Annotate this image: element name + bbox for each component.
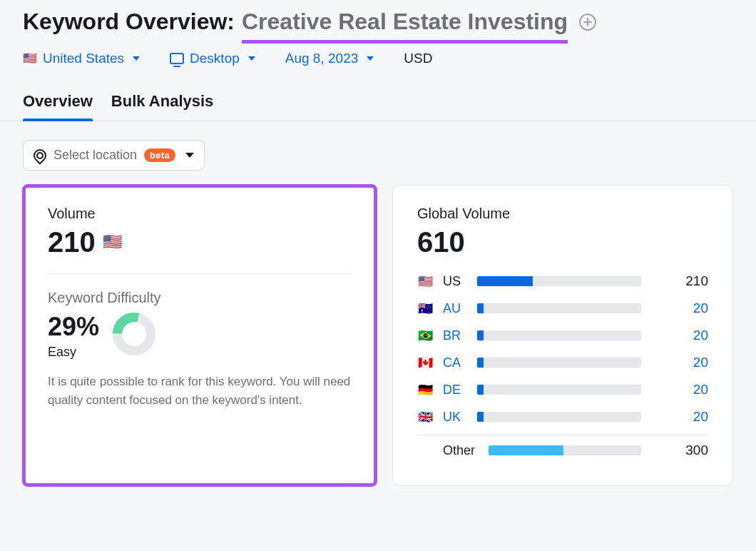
bar-track bbox=[477, 385, 641, 395]
kd-text-block: 29% Easy bbox=[48, 312, 99, 360]
country-value[interactable]: 20 bbox=[651, 300, 708, 316]
country-row: 🇧🇷BR20 bbox=[417, 322, 708, 349]
kd-percent: 29% bbox=[48, 312, 99, 342]
chevron-down-icon bbox=[185, 153, 194, 158]
volume-card: Volume 210 🇺🇸 Keyword Difficulty 29% Eas… bbox=[23, 185, 377, 486]
country-row: 🇦🇺AU20 bbox=[417, 295, 708, 322]
location-placeholder: Select location bbox=[53, 148, 137, 163]
country-flag-icon: 🇺🇸 bbox=[417, 274, 433, 289]
global-volume-value: 610 bbox=[417, 228, 708, 256]
bar-fill bbox=[477, 385, 484, 395]
location-selector[interactable]: Select location beta bbox=[23, 140, 205, 171]
other-label: Other bbox=[443, 443, 479, 458]
chevron-down-icon bbox=[367, 56, 374, 61]
chevron-down-icon bbox=[133, 56, 140, 61]
country-row: 🇬🇧UK20 bbox=[417, 403, 708, 430]
kd-description: It is quite possible to rank for this ke… bbox=[48, 373, 352, 410]
country-flag-icon: 🇦🇺 bbox=[417, 301, 433, 316]
tab-overview[interactable]: Overview bbox=[23, 84, 93, 121]
bar-fill bbox=[489, 445, 563, 455]
country-code[interactable]: CA bbox=[443, 355, 467, 370]
country-code[interactable]: BR bbox=[443, 328, 467, 343]
bar-fill bbox=[477, 358, 484, 368]
title-keyword-text: Creative Real Estate Investing bbox=[242, 9, 568, 34]
country-value[interactable]: 20 bbox=[651, 409, 708, 425]
us-flag-icon: 🇺🇸 bbox=[23, 53, 37, 64]
country-flag-icon: 🇨🇦 bbox=[417, 355, 433, 370]
add-keyword-button[interactable] bbox=[579, 14, 596, 31]
bar-track bbox=[477, 412, 641, 422]
title-prefix: Keyword Overview: bbox=[23, 9, 235, 35]
volume-value-row: 210 🇺🇸 bbox=[48, 228, 352, 256]
kd-label: Keyword Difficulty bbox=[48, 290, 352, 306]
bar-track bbox=[477, 330, 641, 340]
beta-badge: beta bbox=[144, 148, 175, 162]
chevron-down-icon bbox=[248, 56, 255, 61]
desktop-icon bbox=[170, 53, 184, 64]
country-flag-icon: 🇩🇪 bbox=[417, 383, 433, 398]
filter-bar: 🇺🇸 United States Desktop Aug 8, 2023 USD bbox=[23, 51, 733, 66]
device-filter[interactable]: Desktop bbox=[170, 51, 255, 66]
country-flag-icon: 🇬🇧 bbox=[417, 410, 433, 425]
bar-track bbox=[477, 276, 641, 286]
other-value: 300 bbox=[651, 443, 708, 458]
bar-track bbox=[477, 303, 641, 313]
country-filter-label: United States bbox=[43, 51, 124, 66]
bar-track bbox=[477, 358, 641, 368]
bar-fill bbox=[477, 330, 484, 340]
title-keyword: Creative Real Estate Investing bbox=[242, 9, 568, 35]
country-row: 🇨🇦CA20 bbox=[417, 349, 708, 376]
divider bbox=[48, 273, 352, 274]
country-filter[interactable]: 🇺🇸 United States bbox=[23, 51, 140, 66]
tab-bar: Overview Bulk Analysis bbox=[0, 84, 756, 121]
currency-label: USD bbox=[404, 51, 432, 66]
country-code: US bbox=[443, 274, 467, 289]
highlight-underline bbox=[242, 40, 568, 44]
other-row: Other 300 bbox=[417, 437, 708, 464]
divider bbox=[417, 435, 708, 435]
location-selector-wrap: Select location beta bbox=[23, 140, 733, 171]
country-row: 🇺🇸US210 bbox=[417, 268, 708, 295]
kd-row: 29% Easy bbox=[48, 312, 352, 360]
us-flag-icon: 🇺🇸 bbox=[103, 233, 122, 251]
map-pin-icon bbox=[31, 146, 48, 164]
date-filter-label: Aug 8, 2023 bbox=[285, 51, 358, 66]
global-volume-card: Global Volume 610 🇺🇸US210🇦🇺AU20🇧🇷BR20🇨🇦C… bbox=[392, 185, 733, 486]
country-list: 🇺🇸US210🇦🇺AU20🇧🇷BR20🇨🇦CA20🇩🇪DE20🇬🇧UK20 bbox=[417, 268, 708, 430]
bar-fill bbox=[477, 276, 533, 286]
bar-fill bbox=[477, 303, 484, 313]
bar-track bbox=[489, 445, 641, 455]
page-title-row: Keyword Overview: Creative Real Estate I… bbox=[23, 9, 733, 35]
tab-bulk-analysis[interactable]: Bulk Analysis bbox=[111, 84, 213, 121]
bar-fill bbox=[477, 412, 484, 422]
country-value[interactable]: 20 bbox=[651, 328, 708, 343]
volume-label: Volume bbox=[48, 206, 352, 222]
country-flag-icon: 🇧🇷 bbox=[417, 328, 433, 343]
volume-value: 210 bbox=[48, 228, 96, 256]
cards-row: Volume 210 🇺🇸 Keyword Difficulty 29% Eas… bbox=[23, 185, 733, 486]
global-volume-label: Global Volume bbox=[417, 206, 708, 222]
kd-level: Easy bbox=[48, 345, 99, 360]
country-code[interactable]: AU bbox=[443, 301, 467, 316]
country-code[interactable]: UK bbox=[443, 410, 467, 425]
date-filter[interactable]: Aug 8, 2023 bbox=[285, 51, 374, 66]
kd-donut-chart bbox=[112, 312, 156, 356]
plus-icon bbox=[583, 18, 592, 26]
country-row: 🇩🇪DE20 bbox=[417, 376, 708, 403]
country-value: 210 bbox=[651, 273, 708, 289]
country-value[interactable]: 20 bbox=[651, 355, 708, 370]
country-value[interactable]: 20 bbox=[651, 382, 708, 398]
device-filter-label: Desktop bbox=[190, 51, 240, 66]
country-code[interactable]: DE bbox=[443, 383, 467, 398]
